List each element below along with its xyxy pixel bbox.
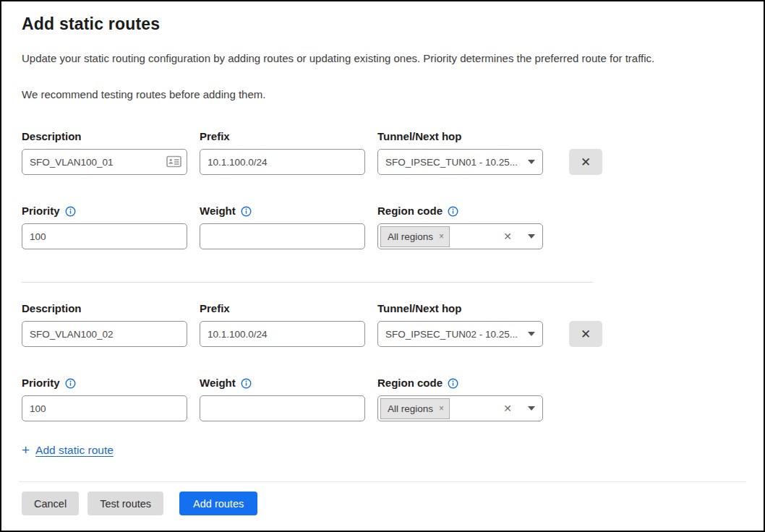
cancel-button[interactable]: Cancel xyxy=(22,492,79,515)
weight-label: Weight xyxy=(200,204,365,218)
plus-icon: + xyxy=(22,444,30,457)
priority-input[interactable] xyxy=(22,223,187,249)
prefix-field-group: Prefix xyxy=(200,129,365,175)
add-static-route-link[interactable]: + Add static route xyxy=(22,444,114,457)
tunnel-select[interactable]: SFO_IPSEC_TUN02 - 10.25... xyxy=(377,321,543,347)
info-icon[interactable] xyxy=(65,206,76,217)
tag-remove-icon[interactable]: × xyxy=(439,231,444,241)
region-tag: All regions × xyxy=(380,398,450,419)
info-icon[interactable] xyxy=(448,206,458,217)
route-divider xyxy=(22,282,593,283)
route2-main-row: Description Prefix Tunnel/Next hop SFO_I… xyxy=(22,301,743,347)
prefix-input[interactable] xyxy=(200,321,365,347)
priority-label-text: Priority xyxy=(22,376,60,390)
chevron-down-icon xyxy=(528,160,535,164)
prefix-field-group: Prefix xyxy=(200,301,365,347)
prefix-label: Prefix xyxy=(200,129,365,144)
chevron-down-icon xyxy=(528,406,535,411)
description-label: Description xyxy=(22,129,187,144)
info-icon[interactable] xyxy=(448,378,458,389)
route1-secondary-row: Priority Weight xyxy=(22,204,743,249)
region-label-text: Region code xyxy=(377,376,443,390)
info-icon[interactable] xyxy=(241,206,252,217)
route-entry: Description xyxy=(22,129,743,249)
remove-route-button[interactable]: ✕ xyxy=(569,321,602,347)
route2-secondary-row: Priority Weight xyxy=(22,376,743,421)
add-routes-button[interactable]: Add routes xyxy=(179,492,257,515)
autofill-contact-card-icon[interactable] xyxy=(166,155,181,171)
description-input[interactable] xyxy=(22,321,187,347)
region-field-group: Region code All regions × xyxy=(377,204,543,249)
region-tag: All regions × xyxy=(380,226,450,247)
weight-field-group: Weight xyxy=(200,376,365,421)
clear-selection-icon[interactable]: ✕ xyxy=(503,403,512,414)
info-icon[interactable] xyxy=(65,378,76,389)
info-icon[interactable] xyxy=(241,378,252,389)
footer-actions: Cancel Test routes Add routes xyxy=(22,492,743,515)
weight-input[interactable] xyxy=(200,395,365,421)
route-entry: Description Prefix Tunnel/Next hop SFO_I… xyxy=(22,301,743,421)
add-static-routes-dialog: Add static routes Update your static rou… xyxy=(0,0,765,532)
prefix-input[interactable] xyxy=(200,149,365,175)
priority-field-group: Priority xyxy=(22,204,187,249)
route1-main-row: Description xyxy=(22,129,743,175)
region-label: Region code xyxy=(377,376,543,390)
tunnel-selected-value: SFO_IPSEC_TUN01 - 10.25... xyxy=(385,157,522,168)
tag-remove-icon[interactable]: × xyxy=(439,403,444,413)
remove-route-button[interactable]: ✕ xyxy=(569,149,602,175)
tunnel-label: Tunnel/Next hop xyxy=(377,301,543,316)
close-icon: ✕ xyxy=(581,155,591,170)
chevron-down-icon xyxy=(528,332,535,336)
close-icon: ✕ xyxy=(581,327,591,342)
weight-label: Weight xyxy=(200,376,365,390)
priority-label: Priority xyxy=(22,204,187,218)
clear-selection-icon[interactable]: ✕ xyxy=(503,231,512,242)
priority-label: Priority xyxy=(22,376,187,390)
region-multiselect[interactable]: All regions × ✕ xyxy=(377,223,543,249)
priority-label-text: Priority xyxy=(22,204,60,218)
tunnel-label: Tunnel/Next hop xyxy=(377,129,543,144)
priority-field-group: Priority xyxy=(22,376,187,421)
region-label: Region code xyxy=(377,204,543,218)
region-multiselect[interactable]: All regions × ✕ xyxy=(377,395,543,421)
weight-label-text: Weight xyxy=(200,204,236,218)
tunnel-field-group: Tunnel/Next hop SFO_IPSEC_TUN01 - 10.25.… xyxy=(377,129,543,175)
weight-input[interactable] xyxy=(200,223,365,249)
region-field-group: Region code All regions × xyxy=(377,376,543,421)
intro-text: Update your static routing configuration… xyxy=(22,51,743,66)
description-field-group: Description xyxy=(22,129,187,175)
footer-divider xyxy=(19,481,746,482)
test-routes-button[interactable]: Test routes xyxy=(87,492,163,515)
weight-field-group: Weight xyxy=(200,204,365,249)
routes-list: Description xyxy=(22,129,743,421)
add-static-route-label: Add static route xyxy=(35,444,114,457)
description-label: Description xyxy=(22,301,187,316)
weight-label-text: Weight xyxy=(200,376,236,390)
tunnel-select[interactable]: SFO_IPSEC_TUN01 - 10.25... xyxy=(377,149,543,175)
region-tag-label: All regions xyxy=(388,403,433,414)
chevron-down-icon xyxy=(528,234,535,239)
region-tag-label: All regions xyxy=(388,231,433,242)
tunnel-field-group: Tunnel/Next hop SFO_IPSEC_TUN02 - 10.25.… xyxy=(377,301,543,347)
page-title: Add static routes xyxy=(22,14,743,34)
tunnel-selected-value: SFO_IPSEC_TUN02 - 10.25... xyxy=(385,329,522,340)
prefix-label: Prefix xyxy=(200,301,365,316)
region-label-text: Region code xyxy=(377,204,443,218)
priority-input[interactable] xyxy=(22,395,187,421)
description-field-group: Description xyxy=(22,301,187,347)
recommendation-text: We recommend testing routes before addin… xyxy=(22,87,743,102)
description-input[interactable] xyxy=(22,149,187,175)
